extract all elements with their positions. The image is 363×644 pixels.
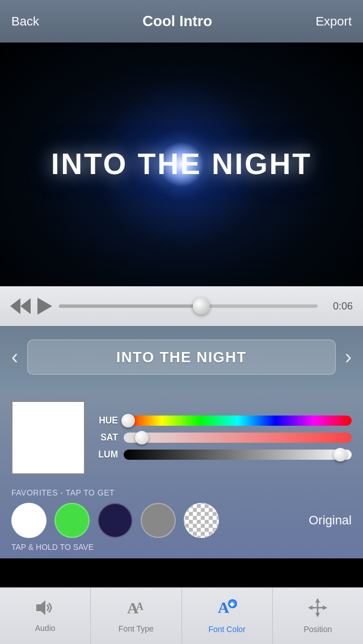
tab-font-color[interactable]: A ◆ Font Color [182,588,273,644]
prev-text-button[interactable]: ‹ [11,345,18,369]
time-display: 0:06 [324,300,353,312]
tap-hold-label: TAP & HOLD TO SAVE [11,543,352,552]
lum-row: LUM [94,450,352,460]
tab-position[interactable]: Position [273,588,363,644]
lum-label: LUM [94,450,118,460]
rewind-icon [10,298,31,314]
tab-audio-label: Audio [35,624,56,633]
tab-font-color-label: Font Color [208,625,245,634]
next-text-button[interactable]: › [345,345,352,369]
tab-font-type[interactable]: A A Font Type [91,588,182,644]
svg-marker-12 [315,598,320,603]
preview-text: INTO THE NIGHT [51,147,312,181]
lum-slider[interactable] [124,450,352,460]
font-color-icon: A ◆ [217,598,237,621]
rewind-button[interactable] [10,298,31,314]
sat-slider[interactable] [124,433,352,443]
svg-text:A: A [136,601,143,612]
sat-thumb[interactable] [135,431,149,444]
sat-row: SAT [94,433,352,443]
text-input-value: INTO THE NIGHT [116,349,247,366]
color-preview-box [11,401,85,474]
back-button[interactable]: Back [11,14,39,29]
scrubber-track[interactable] [59,304,318,308]
svg-marker-1 [10,298,20,314]
favorites-row: Original [11,503,352,538]
video-preview: INTO THE NIGHT [0,43,363,286]
svg-marker-13 [315,613,320,617]
favorites-section: FAVORITES - TAP TO GET Original TAP & HO… [0,482,363,558]
nav-bar: Back Cool Intro Export [0,0,363,43]
sat-label: SAT [94,433,118,443]
text-edit-section: ‹ INTO THE NIGHT › [0,326,363,388]
tab-bar: Audio A A Font Type A ◆ Font Color [0,587,363,644]
export-button[interactable]: Export [315,14,352,29]
svg-text:A: A [218,599,230,616]
fav-swatch-gray[interactable] [141,503,176,538]
page-title: Cool Intro [142,12,212,30]
original-button[interactable]: Original [309,513,352,528]
color-section: HUE SAT LUM [0,388,363,482]
tab-audio[interactable]: Audio [0,588,91,644]
hue-thumb[interactable] [121,414,135,427]
text-input-box[interactable]: INTO THE NIGHT [27,340,336,375]
playback-bar: 0:06 [0,286,363,326]
scrubber-thumb[interactable] [193,298,210,315]
color-sliders: HUE SAT LUM [94,399,352,474]
svg-marker-0 [20,298,31,314]
tab-font-type-label: Font Type [119,624,154,633]
svg-marker-14 [308,605,313,610]
fav-swatch-navy[interactable] [98,503,133,538]
hue-slider[interactable] [124,416,352,426]
lum-thumb[interactable] [334,448,347,461]
fav-swatch-green[interactable] [54,503,90,538]
svg-marker-3 [36,600,45,615]
svg-marker-2 [37,298,52,315]
svg-marker-15 [323,605,327,610]
scrubber-fill [59,304,201,308]
fav-swatch-transparent[interactable] [184,503,219,538]
play-button[interactable] [37,298,52,315]
play-icon [37,298,52,315]
hue-row: HUE [94,416,352,426]
audio-icon [36,599,54,620]
font-type-icon: A A [126,599,146,621]
favorites-label: FAVORITES - TAP TO GET [11,488,352,497]
tab-position-label: Position [303,625,332,634]
fav-swatch-white[interactable] [11,503,47,538]
hue-label: HUE [94,416,118,426]
svg-text:◆: ◆ [229,601,235,607]
position-icon [308,598,327,621]
